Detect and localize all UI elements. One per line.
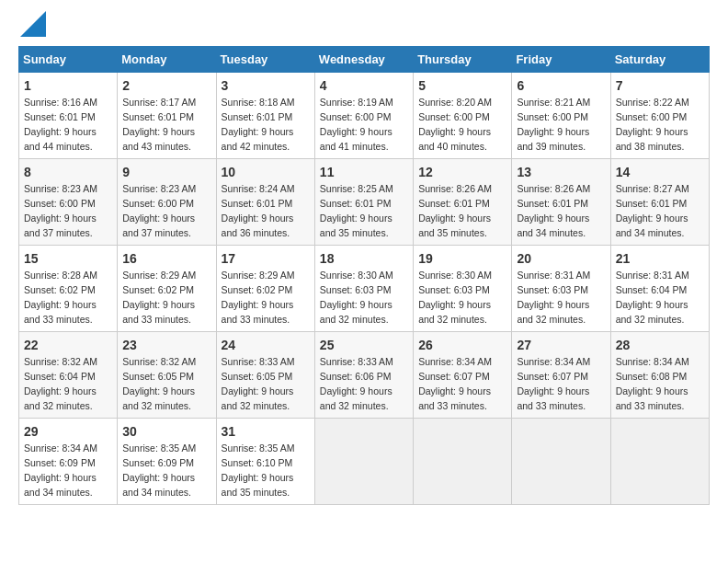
calendar-day-cell: 23 Sunrise: 8:32 AMSunset: 6:05 PMDaylig… bbox=[118, 332, 216, 419]
day-info: Sunrise: 8:35 AMSunset: 6:09 PMDaylight:… bbox=[122, 442, 196, 498]
calendar-day-cell: 19 Sunrise: 8:30 AMSunset: 6:03 PMDaylig… bbox=[414, 246, 512, 332]
day-info: Sunrise: 8:16 AMSunset: 6:01 PMDaylight:… bbox=[24, 97, 97, 152]
calendar-day-cell: 11 Sunrise: 8:25 AMSunset: 6:01 PMDaylig… bbox=[314, 159, 413, 246]
day-number: 15 bbox=[24, 249, 112, 268]
day-number: 1 bbox=[24, 76, 112, 95]
calendar-day-cell: 31 Sunrise: 8:35 AMSunset: 6:10 PMDaylig… bbox=[216, 419, 314, 505]
day-number: 3 bbox=[222, 76, 310, 95]
day-info: Sunrise: 8:24 AMSunset: 6:01 PMDaylight:… bbox=[222, 183, 295, 238]
calendar-day-cell: 12 Sunrise: 8:26 AMSunset: 6:01 PMDaylig… bbox=[414, 159, 512, 246]
day-number: 6 bbox=[517, 76, 605, 95]
day-info: Sunrise: 8:30 AMSunset: 6:03 PMDaylight:… bbox=[418, 270, 492, 325]
day-number: 29 bbox=[24, 422, 112, 441]
day-number: 19 bbox=[418, 249, 506, 268]
day-number: 11 bbox=[320, 163, 408, 181]
day-number: 5 bbox=[418, 76, 506, 95]
calendar-header-sunday: Sunday bbox=[19, 47, 118, 73]
calendar-day-cell: 16 Sunrise: 8:29 AMSunset: 6:02 PMDaylig… bbox=[118, 246, 216, 332]
day-info: Sunrise: 8:31 AMSunset: 6:03 PMDaylight:… bbox=[517, 270, 590, 325]
calendar-day-cell bbox=[610, 419, 709, 505]
day-number: 17 bbox=[222, 249, 310, 268]
day-info: Sunrise: 8:32 AMSunset: 6:05 PMDaylight:… bbox=[122, 356, 196, 411]
calendar-day-cell: 20 Sunrise: 8:31 AMSunset: 6:03 PMDaylig… bbox=[512, 246, 610, 332]
day-info: Sunrise: 8:33 AMSunset: 6:06 PMDaylight:… bbox=[320, 356, 393, 411]
calendar-day-cell: 29 Sunrise: 8:34 AMSunset: 6:09 PMDaylig… bbox=[19, 419, 118, 505]
calendar-day-cell: 21 Sunrise: 8:31 AMSunset: 6:04 PMDaylig… bbox=[610, 246, 709, 332]
day-number: 8 bbox=[24, 163, 112, 181]
day-number: 28 bbox=[616, 336, 704, 354]
day-number: 22 bbox=[24, 336, 112, 354]
day-info: Sunrise: 8:33 AMSunset: 6:05 PMDaylight:… bbox=[222, 356, 295, 411]
calendar-week-row: 1 Sunrise: 8:16 AMSunset: 6:01 PMDayligh… bbox=[19, 73, 710, 159]
calendar-header-wednesday: Wednesday bbox=[314, 47, 413, 73]
calendar-day-cell: 4 Sunrise: 8:19 AMSunset: 6:00 PMDayligh… bbox=[314, 73, 413, 159]
day-info: Sunrise: 8:23 AMSunset: 6:00 PMDaylight:… bbox=[122, 183, 196, 238]
day-info: Sunrise: 8:29 AMSunset: 6:02 PMDaylight:… bbox=[222, 270, 295, 325]
calendar-header-tuesday: Tuesday bbox=[216, 47, 314, 73]
calendar-day-cell: 2 Sunrise: 8:17 AMSunset: 6:01 PMDayligh… bbox=[118, 73, 216, 159]
calendar-week-row: 15 Sunrise: 8:28 AMSunset: 6:02 PMDaylig… bbox=[19, 246, 710, 332]
day-number: 18 bbox=[320, 249, 408, 268]
calendar-day-cell: 22 Sunrise: 8:32 AMSunset: 6:04 PMDaylig… bbox=[19, 332, 118, 419]
day-info: Sunrise: 8:23 AMSunset: 6:00 PMDaylight:… bbox=[24, 183, 97, 238]
calendar-header-saturday: Saturday bbox=[610, 47, 709, 73]
logo bbox=[18, 18, 46, 37]
calendar-day-cell: 27 Sunrise: 8:34 AMSunset: 6:07 PMDaylig… bbox=[512, 332, 610, 419]
calendar-day-cell bbox=[414, 419, 512, 505]
calendar-day-cell: 1 Sunrise: 8:16 AMSunset: 6:01 PMDayligh… bbox=[19, 73, 118, 159]
day-number: 7 bbox=[616, 76, 704, 95]
day-info: Sunrise: 8:34 AMSunset: 6:09 PMDaylight:… bbox=[24, 442, 97, 498]
day-info: Sunrise: 8:35 AMSunset: 6:10 PMDaylight:… bbox=[222, 442, 295, 498]
day-info: Sunrise: 8:26 AMSunset: 6:01 PMDaylight:… bbox=[517, 183, 590, 238]
calendar-day-cell: 9 Sunrise: 8:23 AMSunset: 6:00 PMDayligh… bbox=[118, 159, 216, 246]
page-header bbox=[18, 18, 710, 37]
calendar-header-monday: Monday bbox=[118, 47, 216, 73]
logo-triangle-icon bbox=[20, 11, 46, 37]
calendar-week-row: 29 Sunrise: 8:34 AMSunset: 6:09 PMDaylig… bbox=[19, 419, 710, 505]
day-info: Sunrise: 8:32 AMSunset: 6:04 PMDaylight:… bbox=[24, 356, 97, 411]
day-number: 12 bbox=[418, 163, 506, 181]
calendar-day-cell: 14 Sunrise: 8:27 AMSunset: 6:01 PMDaylig… bbox=[610, 159, 709, 246]
day-number: 14 bbox=[616, 163, 704, 181]
calendar-day-cell: 30 Sunrise: 8:35 AMSunset: 6:09 PMDaylig… bbox=[118, 419, 216, 505]
calendar-day-cell: 5 Sunrise: 8:20 AMSunset: 6:00 PMDayligh… bbox=[414, 73, 512, 159]
calendar-day-cell: 25 Sunrise: 8:33 AMSunset: 6:06 PMDaylig… bbox=[314, 332, 413, 419]
calendar-day-cell: 10 Sunrise: 8:24 AMSunset: 6:01 PMDaylig… bbox=[216, 159, 314, 246]
calendar-week-row: 8 Sunrise: 8:23 AMSunset: 6:00 PMDayligh… bbox=[19, 159, 710, 246]
calendar-header-row: SundayMondayTuesdayWednesdayThursdayFrid… bbox=[19, 47, 710, 73]
day-number: 24 bbox=[222, 336, 310, 354]
calendar-day-cell: 8 Sunrise: 8:23 AMSunset: 6:00 PMDayligh… bbox=[19, 159, 118, 246]
day-info: Sunrise: 8:25 AMSunset: 6:01 PMDaylight:… bbox=[320, 183, 393, 238]
day-number: 31 bbox=[222, 422, 310, 441]
day-number: 26 bbox=[418, 336, 506, 354]
calendar-day-cell: 7 Sunrise: 8:22 AMSunset: 6:00 PMDayligh… bbox=[610, 73, 709, 159]
day-info: Sunrise: 8:29 AMSunset: 6:02 PMDaylight:… bbox=[122, 270, 196, 325]
calendar-day-cell: 17 Sunrise: 8:29 AMSunset: 6:02 PMDaylig… bbox=[216, 246, 314, 332]
day-number: 23 bbox=[122, 336, 210, 354]
calendar-day-cell: 24 Sunrise: 8:33 AMSunset: 6:05 PMDaylig… bbox=[216, 332, 314, 419]
day-number: 25 bbox=[320, 336, 408, 354]
day-number: 13 bbox=[517, 163, 605, 181]
day-number: 20 bbox=[517, 249, 605, 268]
calendar-day-cell bbox=[314, 419, 413, 505]
calendar-day-cell: 3 Sunrise: 8:18 AMSunset: 6:01 PMDayligh… bbox=[216, 73, 314, 159]
calendar-header-thursday: Thursday bbox=[414, 47, 512, 73]
day-info: Sunrise: 8:22 AMSunset: 6:00 PMDaylight:… bbox=[616, 97, 689, 152]
day-number: 21 bbox=[616, 249, 704, 268]
calendar-week-row: 22 Sunrise: 8:32 AMSunset: 6:04 PMDaylig… bbox=[19, 332, 710, 419]
day-info: Sunrise: 8:31 AMSunset: 6:04 PMDaylight:… bbox=[616, 270, 689, 325]
day-info: Sunrise: 8:27 AMSunset: 6:01 PMDaylight:… bbox=[616, 183, 689, 238]
calendar-day-cell: 13 Sunrise: 8:26 AMSunset: 6:01 PMDaylig… bbox=[512, 159, 610, 246]
calendar-day-cell bbox=[512, 419, 610, 505]
day-info: Sunrise: 8:20 AMSunset: 6:00 PMDaylight:… bbox=[418, 97, 492, 152]
calendar-day-cell: 28 Sunrise: 8:34 AMSunset: 6:08 PMDaylig… bbox=[610, 332, 709, 419]
calendar-header-friday: Friday bbox=[512, 47, 610, 73]
day-info: Sunrise: 8:30 AMSunset: 6:03 PMDaylight:… bbox=[320, 270, 393, 325]
day-info: Sunrise: 8:18 AMSunset: 6:01 PMDaylight:… bbox=[222, 97, 295, 152]
day-number: 27 bbox=[517, 336, 605, 354]
day-info: Sunrise: 8:21 AMSunset: 6:00 PMDaylight:… bbox=[517, 97, 590, 152]
day-number: 4 bbox=[320, 76, 408, 95]
day-info: Sunrise: 8:34 AMSunset: 6:08 PMDaylight:… bbox=[616, 356, 689, 411]
day-number: 2 bbox=[122, 76, 210, 95]
day-info: Sunrise: 8:34 AMSunset: 6:07 PMDaylight:… bbox=[418, 356, 492, 411]
